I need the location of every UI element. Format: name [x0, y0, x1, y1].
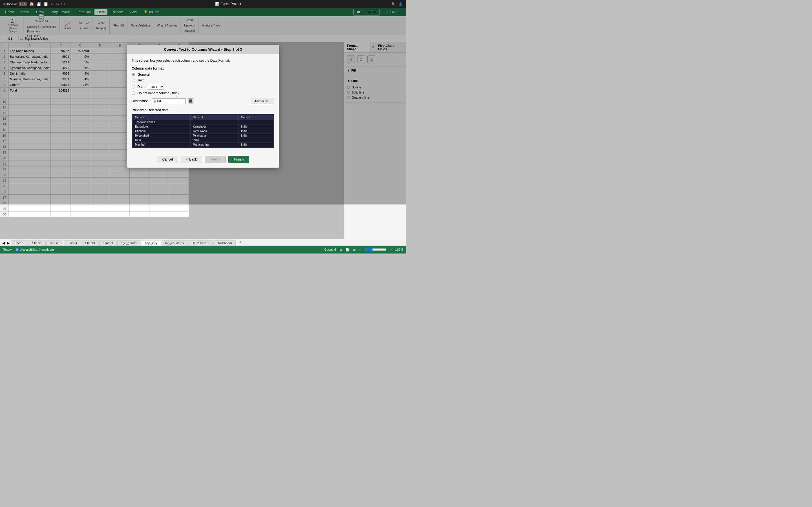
- autosave-state[interactable]: OFF: [19, 2, 27, 6]
- preview-cell: Chennai: [133, 129, 191, 133]
- general-radio[interactable]: [132, 73, 135, 76]
- undo-icon[interactable]: ↩: [50, 2, 54, 6]
- list-item: Bangalore Karnataka India: [133, 124, 273, 129]
- preview-cell: [239, 120, 273, 124]
- page-break-view-icon[interactable]: ▦: [353, 248, 356, 251]
- column-format-label: Column data format: [132, 66, 274, 70]
- skip-radio[interactable]: [132, 92, 135, 95]
- destination-row: Destination: ⬛ Advanced...: [132, 98, 274, 104]
- sheet-scroll-right-icon[interactable]: ▶: [6, 240, 11, 245]
- general-option-row: General: [132, 73, 274, 76]
- user-icon[interactable]: 👤: [399, 2, 403, 6]
- zoom-level: 100%: [395, 248, 403, 251]
- list-item: Top towns/cities: [133, 120, 273, 124]
- date-radio[interactable]: [132, 85, 135, 89]
- sheet-tab-dashboard[interactable]: Dashboard: [213, 240, 236, 245]
- destination-input[interactable]: [152, 98, 186, 104]
- general-label: General: [138, 73, 150, 76]
- zoom-out-button[interactable]: −: [359, 248, 361, 251]
- skip-label: Do not import column (skip): [137, 91, 179, 95]
- dialog-body: This screen lets you select each column …: [127, 54, 279, 152]
- preview-title: Preview of selected data:: [132, 108, 274, 112]
- preview-section: Preview of selected data: General Genera…: [132, 108, 274, 148]
- zoom-slider[interactable]: [364, 247, 387, 252]
- convert-text-dialog: Convert Text to Columns Wizard - Step 3 …: [127, 45, 279, 168]
- preview-cell: India: [239, 124, 273, 129]
- dialog-description: This screen lets you select each column …: [132, 59, 274, 62]
- text-label: Text: [137, 78, 144, 82]
- status-bar-left: Ready ♿ Accessibility: Investigate: [3, 248, 54, 251]
- save-icon[interactable]: 💾: [36, 2, 41, 6]
- sheet-tab-sheet2[interactable]: Sheet2: [11, 240, 28, 245]
- preview-cell: Telangana: [190, 133, 239, 138]
- text-radio[interactable]: [132, 78, 135, 82]
- title-bar-right: 🔍 👤: [391, 2, 403, 6]
- preview-cell: Tamil Nadu: [190, 129, 239, 133]
- preview-header-1: General: [133, 115, 191, 120]
- preview-cell: Karnataka: [190, 124, 239, 129]
- destination-label: Destination:: [132, 99, 149, 103]
- back-button[interactable]: < Back: [181, 156, 202, 163]
- ready-status: Ready: [3, 248, 12, 251]
- date-option-row: Date: DMY MDY YMD: [132, 84, 274, 90]
- dialog-overlay: Convert Text to Columns Wizard - Step 3 …: [0, 8, 406, 205]
- list-item: Chennai Tamil Nadu India: [133, 129, 273, 133]
- more-icon[interactable]: •••: [61, 2, 65, 6]
- list-item: Hyderabad Telangana India: [133, 133, 273, 138]
- preview-cell: India: [239, 133, 273, 138]
- title-bar-left: AutoSave OFF 🏠 💾 📋 ↩ ↪ •••: [3, 2, 65, 6]
- sheet-tab-datasheet1[interactable]: DataSheet 1: [188, 240, 213, 245]
- preview-cell: Hyderabad: [133, 133, 191, 138]
- file-icon: 📊: [215, 2, 219, 6]
- table-row: 30: [0, 212, 189, 217]
- page-layout-view-icon[interactable]: 📄: [345, 248, 349, 251]
- sheet-tab-content[interactable]: content: [99, 240, 117, 245]
- list-item: Mumbai Maharashtra India: [133, 142, 273, 147]
- sheet-tab-top-countries[interactable]: top_countries: [161, 240, 188, 245]
- sheet-tab-sheet1[interactable]: Sheet1: [29, 240, 46, 245]
- advanced-button[interactable]: Advanced...: [251, 98, 274, 104]
- date-format-select[interactable]: DMY MDY YMD: [148, 84, 164, 90]
- sheet-scroll-left-icon[interactable]: ◀: [1, 240, 6, 245]
- table-row: 29: [0, 206, 189, 212]
- redo-icon[interactable]: ↪: [56, 2, 59, 6]
- finish-button[interactable]: Finish: [229, 156, 249, 163]
- home-icon[interactable]: 🏠: [29, 2, 34, 6]
- accessibility-status[interactable]: ♿ Accessibility: Investigate: [15, 248, 54, 251]
- destination-collapse-button[interactable]: ⬛: [188, 98, 193, 104]
- preview-cell: [239, 138, 273, 142]
- normal-view-icon[interactable]: ⊞: [340, 248, 342, 251]
- preview-cell: Delhi: [133, 138, 191, 142]
- preview-cell: India: [190, 138, 239, 142]
- file-name: 📊 Excel_Project: [215, 2, 241, 6]
- preview-cell: Bangalore: [133, 124, 191, 129]
- status-bar: Ready ♿ Accessibility: Investigate Count…: [0, 245, 406, 253]
- sheet-tab-subset[interactable]: Subset: [46, 240, 63, 245]
- search-icon[interactable]: 🔍: [391, 2, 395, 6]
- preview-cell: Maharashtra: [190, 142, 239, 147]
- sheet-tabs-bar: ◀ ▶ Sheet2 Sheet1 Subset Sheet4 Sheet3 c…: [0, 239, 406, 245]
- preview-cell: [190, 120, 239, 124]
- cancel-button[interactable]: Cancel: [157, 156, 178, 163]
- text-option-row: Text: [132, 78, 274, 82]
- sheet-tab-sheet3[interactable]: Sheet3: [82, 240, 99, 245]
- preview-cell: India: [239, 129, 273, 133]
- zoom-in-button[interactable]: +: [390, 248, 392, 251]
- date-label: Date:: [137, 85, 146, 89]
- preview-header-3: General: [239, 115, 273, 120]
- status-bar-right: Count: 6 ⊞ 📄 ▦ − + 100%: [324, 247, 403, 252]
- autosave-label: AutoSave: [3, 2, 17, 6]
- preview-cell: India: [239, 142, 273, 147]
- sheet-add-button[interactable]: ＋: [236, 239, 245, 245]
- dialog-title-bar: Convert Text to Columns Wizard - Step 3 …: [127, 45, 279, 54]
- dialog-footer: Cancel < Back Next > Finish: [127, 152, 279, 168]
- sheet-tab-top-city[interactable]: top_city: [142, 240, 161, 245]
- preview-cell: Mumbai: [133, 142, 191, 147]
- sheet-tab-age-gender[interactable]: age_gender: [117, 240, 141, 245]
- accessibility-icon: ♿: [15, 248, 19, 251]
- next-button[interactable]: Next >: [205, 156, 225, 163]
- title-bar: AutoSave OFF 🏠 💾 📋 ↩ ↪ ••• 📊 Excel_Proje…: [0, 0, 406, 8]
- sheet-tab-sheet4[interactable]: Sheet4: [64, 240, 81, 245]
- preview-cell: Top towns/cities: [133, 120, 191, 124]
- save2-icon[interactable]: 📋: [43, 2, 48, 6]
